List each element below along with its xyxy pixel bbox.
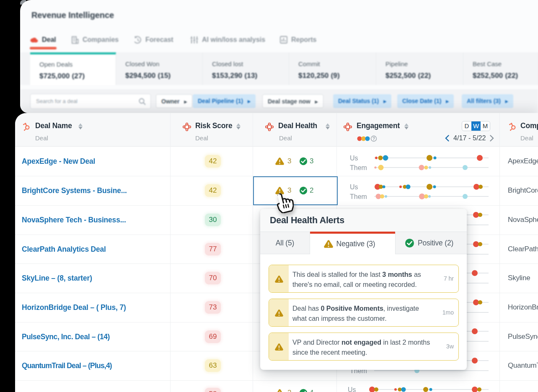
svg-text:Us: Us bbox=[348, 386, 356, 392]
svg-text:Us: Us bbox=[350, 183, 358, 191]
svg-text:Us: Us bbox=[350, 155, 358, 162]
svg-text:Them: Them bbox=[350, 164, 367, 171]
svg-text:Them: Them bbox=[350, 193, 367, 200]
